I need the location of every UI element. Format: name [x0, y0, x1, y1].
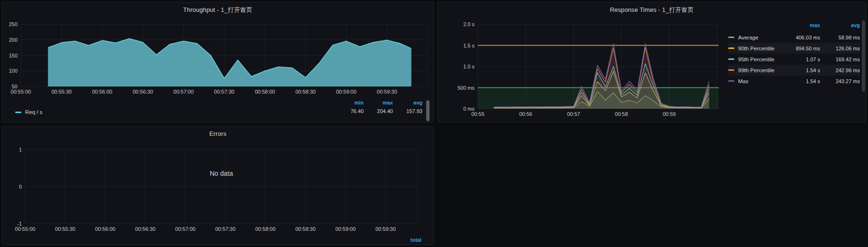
- y-axis-label: 500 ms: [457, 85, 475, 91]
- x-axis-label: 00:55:00: [15, 226, 36, 232]
- legend-series-name: 95th Percentile: [738, 57, 782, 62]
- legend-row-reqs[interactable]: Req / s: [15, 109, 42, 115]
- legend-header-min[interactable]: min: [334, 100, 364, 105]
- stat-min-value: 76.40: [334, 108, 364, 114]
- x-axis-label: 00:55:30: [55, 226, 75, 232]
- legend-avg-value: 126.06 ms: [820, 46, 860, 51]
- legend-header-avg[interactable]: avg: [820, 22, 860, 28]
- legend-color-dash: [15, 112, 21, 113]
- response-times-chart[interactable]: 2.0 s1.5 s1.0 s500 ms0 ms00:5500:5600:57…: [438, 2, 722, 121]
- legend-max-value: 1.54 s: [782, 67, 820, 73]
- legend-header-total[interactable]: total: [411, 237, 421, 243]
- throughput-legend-header: min max avg: [334, 100, 422, 105]
- legend-max-value: 1.54 s: [782, 78, 820, 84]
- x-axis-label: 00:58:30: [295, 226, 316, 232]
- x-axis-label: 00:59:30: [375, 226, 396, 232]
- legend-row[interactable]: Max1.54 s243.27 ms: [728, 76, 860, 86]
- x-axis-label: 00:55:30: [51, 89, 72, 95]
- legend-max-value: 1.07 s: [782, 57, 820, 62]
- legend-header-max[interactable]: max: [364, 100, 393, 105]
- errors-chart[interactable]: 10-100:55:0000:55:3000:56:0000:56:3000:5…: [2, 127, 434, 236]
- y-axis-label: 1.0 s: [463, 64, 475, 69]
- legend-scrollbar-thumb[interactable]: [426, 100, 429, 121]
- legend-avg-value: 242.96 ms: [820, 67, 860, 73]
- y-axis-label: 1: [19, 147, 22, 152]
- legend-header-max[interactable]: max: [782, 22, 820, 28]
- panel-response-times: Response Times - 1_打开首页 2.0 s1.5 s1.0 s5…: [438, 2, 866, 123]
- legend-avg-value: 58.98 ms: [820, 35, 860, 40]
- x-axis-label: 00:56: [519, 111, 532, 117]
- legend-series-name: Average: [738, 35, 782, 40]
- y-axis-label: 0: [19, 184, 22, 190]
- legend-row[interactable]: 90th Percentile894.50 ms126.06 ms: [728, 43, 860, 54]
- y-axis-label: 100: [9, 68, 18, 74]
- legend-header-avg[interactable]: avg: [393, 100, 422, 105]
- x-axis-label: 00:56:30: [133, 89, 153, 95]
- legend-avg-value: 243.27 ms: [820, 78, 860, 84]
- stat-avg-value: 157.93: [393, 108, 422, 114]
- legend-color-dash: [728, 80, 734, 82]
- legend-max-value: 894.50 ms: [782, 46, 820, 51]
- x-axis-label: 00:55:00: [11, 89, 31, 95]
- y-axis-label: 250: [9, 21, 18, 27]
- x-axis-label: 00:59:00: [335, 226, 356, 232]
- x-axis-label: 00:57:00: [175, 226, 196, 232]
- response-legend-header: max avg: [728, 21, 860, 29]
- x-axis-label: 00:55: [471, 111, 484, 117]
- y-axis-label: 1.5 s: [463, 43, 475, 48]
- x-axis-label: 00:57: [567, 111, 580, 117]
- legend-scrollbar-thumb[interactable]: [862, 20, 865, 92]
- response-legend-rows: Average406.03 ms58.98 ms90th Percentile8…: [728, 32, 860, 86]
- x-axis-label: 00:58:30: [295, 89, 316, 95]
- y-axis-label: 150: [9, 53, 18, 58]
- legend-color-dash: [728, 58, 734, 60]
- response-legend: max avg Average406.03 ms58.98 ms90th Per…: [728, 21, 860, 86]
- x-axis-label: 00:56:30: [135, 226, 155, 232]
- x-axis-label: 00:57:00: [174, 89, 194, 95]
- legend-row[interactable]: 95th Percentile1.07 s169.42 ms: [728, 54, 860, 65]
- x-axis-label: 00:57:30: [214, 89, 235, 95]
- y-axis-label: 200: [9, 37, 18, 43]
- legend-max-value: 406.03 ms: [782, 35, 820, 40]
- legend-row[interactable]: Average406.03 ms58.98 ms: [728, 32, 860, 43]
- x-axis-label: 00:58: [615, 111, 628, 117]
- legend-series-name: Req / s: [25, 109, 42, 115]
- stat-max-value: 204.40: [364, 108, 393, 114]
- x-axis-label: 00:58:00: [255, 89, 275, 95]
- legend-series-name: Max: [738, 78, 782, 84]
- throughput-legend-values: 76.40 204.40 157.93: [334, 108, 422, 114]
- x-axis-label: 00:56:00: [95, 226, 116, 232]
- legend-series-name: 90th Percentile: [738, 46, 782, 51]
- legend-color-dash: [728, 37, 734, 38]
- legend-row[interactable]: 99th Percentile1.54 s242.96 ms: [728, 65, 860, 76]
- x-axis-label: 00:59:30: [377, 89, 397, 95]
- panel-errors: Errors 10-100:55:0000:55:3000:56:0000:56…: [2, 126, 434, 245]
- legend-avg-value: 169.42 ms: [820, 57, 860, 62]
- x-axis-label: 00:58:00: [255, 226, 275, 232]
- throughput-chart[interactable]: 2502001501005000:55:0000:55:3000:56:0000…: [2, 2, 434, 98]
- x-axis-label: 00:57:30: [215, 226, 236, 232]
- legend-series-name: 99th Percentile: [738, 67, 782, 73]
- x-axis-label: 00:59:00: [336, 89, 356, 95]
- x-axis-label: 00:59: [663, 111, 676, 117]
- x-axis-label: 00:56:00: [92, 89, 112, 95]
- panel-throughput: Throughput - 1_打开首页 2502001501005000:55:…: [2, 2, 434, 123]
- legend-color-dash: [728, 69, 734, 71]
- legend-color-dash: [728, 48, 734, 49]
- y-axis-label: 2.0 s: [463, 21, 475, 27]
- no-data-message: No data: [210, 170, 233, 177]
